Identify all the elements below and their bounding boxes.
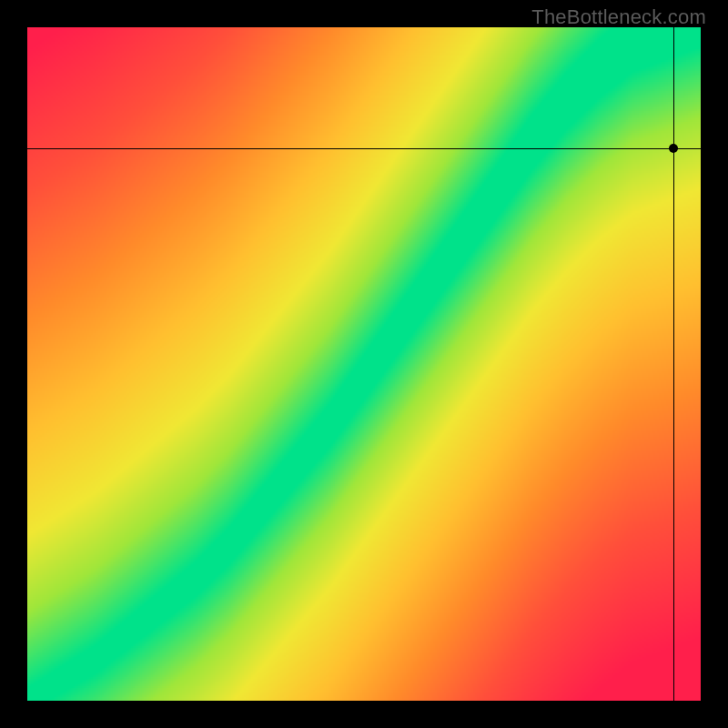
watermark-label: TheBottleneck.com (531, 5, 706, 29)
plot-area (27, 27, 701, 701)
chart-container: TheBottleneck.com (0, 0, 728, 728)
heatmap-canvas (27, 27, 701, 701)
